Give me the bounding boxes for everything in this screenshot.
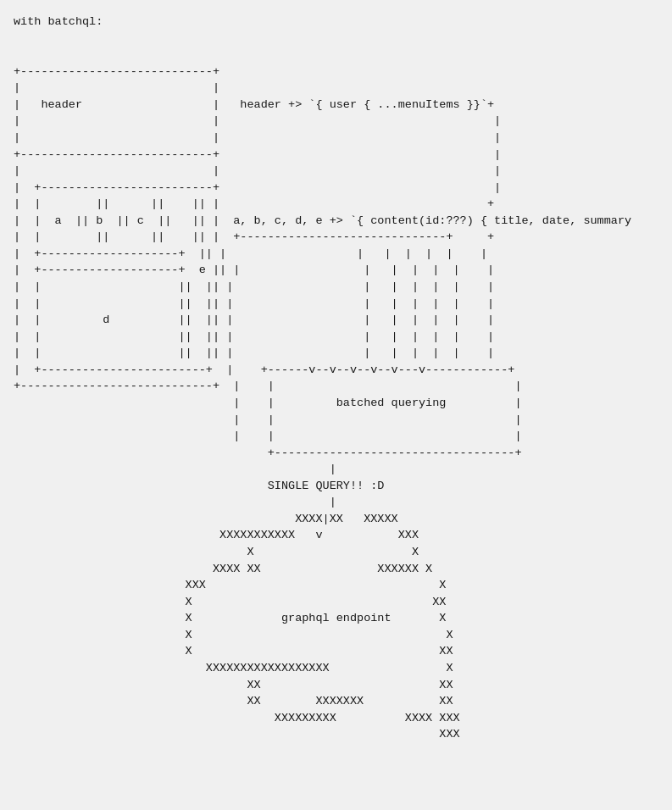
main-content: with batchql: +-------------------------… — [14, 14, 658, 743]
